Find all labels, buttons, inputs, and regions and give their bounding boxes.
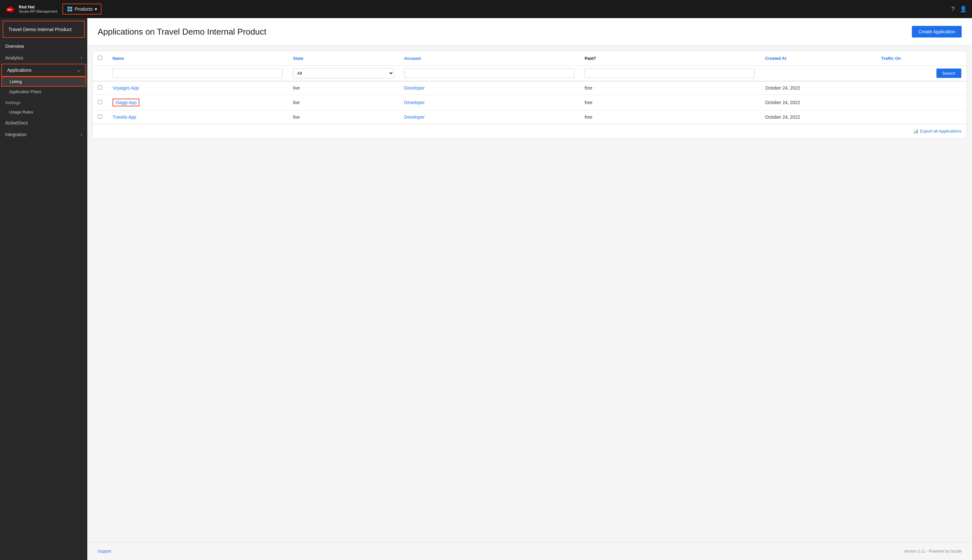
sidebar-item-analytics[interactable]: Analytics › xyxy=(0,52,87,64)
version-text: Version 2.11 - Powered by 3scale xyxy=(904,549,962,553)
settings-section-label: Settings xyxy=(0,97,87,107)
app-paid-0: free xyxy=(579,81,760,95)
app-name-link-2[interactable]: Travels App xyxy=(113,115,136,120)
export-row: 📊 Export all Applications xyxy=(93,124,967,138)
filter-state-select[interactable]: All live suspended xyxy=(293,68,393,78)
table-row: Travels AppliveDeveloperfreeOctober 24, … xyxy=(93,111,967,124)
app-account-link-1[interactable]: Developer xyxy=(404,100,425,105)
svg-rect-7 xyxy=(70,9,72,11)
filter-row: All live suspended Search xyxy=(93,66,967,82)
app-traffic-on-2 xyxy=(876,111,967,124)
app-account-link-2[interactable]: Developer xyxy=(404,115,425,120)
chevron-down-icon: ▾ xyxy=(95,7,97,12)
main-header: Applications on Travel Demo Internal Pro… xyxy=(87,18,972,46)
app-name-link-1[interactable]: Viaggi App xyxy=(113,98,139,107)
filter-name-input[interactable] xyxy=(113,68,283,78)
svg-rect-4 xyxy=(68,7,70,9)
products-icon xyxy=(67,6,73,12)
row-checkbox-2[interactable] xyxy=(98,115,102,119)
app-paid-2: free xyxy=(579,111,760,124)
app-created-at-0: October 24, 2022 xyxy=(760,81,876,95)
col-traffic-on[interactable]: Traffic On xyxy=(876,51,967,66)
user-icon[interactable]: 👤 xyxy=(960,5,967,13)
search-button[interactable]: Search xyxy=(937,68,961,78)
brand-logo-area: RH Red Hat 3scale API Management xyxy=(5,4,57,14)
analytics-chevron: › xyxy=(81,56,82,60)
products-dropdown-button[interactable]: Products ▾ xyxy=(62,3,101,15)
applications-table: Name State Account Paid? xyxy=(93,51,967,124)
app-state-0: live xyxy=(288,81,399,95)
brand-subtitle: 3scale API Management xyxy=(19,9,57,13)
sidebar: Travel Demo Internal Product Overview An… xyxy=(0,18,87,560)
select-all-checkbox[interactable] xyxy=(98,56,102,60)
top-navigation: RH Red Hat 3scale API Management Product… xyxy=(0,0,972,18)
app-state-1: live xyxy=(288,95,399,111)
export-icon: 📊 xyxy=(913,129,918,133)
create-application-button[interactable]: Create Application xyxy=(912,26,962,38)
app-traffic-on-1 xyxy=(876,95,967,111)
brand-name: Red Hat xyxy=(19,5,57,10)
app-created-at-1: October 24, 2022 xyxy=(760,95,876,111)
col-paid: Paid? xyxy=(579,51,760,66)
support-link[interactable]: Support xyxy=(98,549,111,553)
page-footer: Support Version 2.11 - Powered by 3scale xyxy=(87,542,972,560)
col-created-at[interactable]: Created At xyxy=(760,51,876,66)
app-paid-1: free xyxy=(579,95,760,111)
app-name-link-0[interactable]: Voyages App xyxy=(113,85,139,90)
table-row: Viaggi AppliveDeveloperfreeOctober 24, 2… xyxy=(93,95,967,111)
sidebar-product-title[interactable]: Travel Demo Internal Product xyxy=(3,21,85,38)
svg-rect-6 xyxy=(68,9,70,11)
sidebar-item-integration[interactable]: Integration › xyxy=(0,129,87,140)
app-account-link-0[interactable]: Developer xyxy=(404,85,425,90)
col-name[interactable]: Name xyxy=(107,51,288,66)
integration-chevron: › xyxy=(81,132,82,137)
filter-account-input[interactable] xyxy=(404,68,574,78)
app-created-at-2: October 24, 2022 xyxy=(760,111,876,124)
app-state-2: live xyxy=(288,111,399,124)
row-checkbox-0[interactable] xyxy=(98,85,102,90)
export-all-applications-link[interactable]: 📊 Export all Applications xyxy=(913,129,961,133)
sidebar-item-listing[interactable]: Listing xyxy=(1,77,86,87)
applications-chevron: ⌄ xyxy=(77,68,80,72)
sidebar-item-overview[interactable]: Overview xyxy=(0,40,87,52)
app-traffic-on-0 xyxy=(876,81,967,95)
help-icon[interactable]: ? xyxy=(951,6,955,13)
products-label: Products xyxy=(75,7,92,12)
redhat-logo: RH xyxy=(5,4,15,14)
applications-table-area: Name State Account Paid? xyxy=(92,51,967,138)
col-account[interactable]: Account xyxy=(399,51,579,66)
svg-text:RH: RH xyxy=(7,8,12,11)
sidebar-item-application-plans[interactable]: Application Plans xyxy=(0,87,87,97)
col-state[interactable]: State xyxy=(288,51,399,66)
sidebar-item-usage-rules[interactable]: Usage Rules xyxy=(0,107,87,117)
filter-paid-input[interactable] xyxy=(585,68,755,78)
main-content: Applications on Travel Demo Internal Pro… xyxy=(87,18,972,560)
svg-rect-5 xyxy=(70,7,72,9)
sidebar-item-applications[interactable]: Applications ⌄ xyxy=(1,64,86,77)
page-title: Applications on Travel Demo Internal Pro… xyxy=(98,27,267,37)
table-row: Voyages AppliveDeveloperfreeOctober 24, … xyxy=(93,81,967,95)
sidebar-item-activedocs[interactable]: ActiveDocs xyxy=(0,117,87,129)
row-checkbox-1[interactable] xyxy=(98,100,102,104)
